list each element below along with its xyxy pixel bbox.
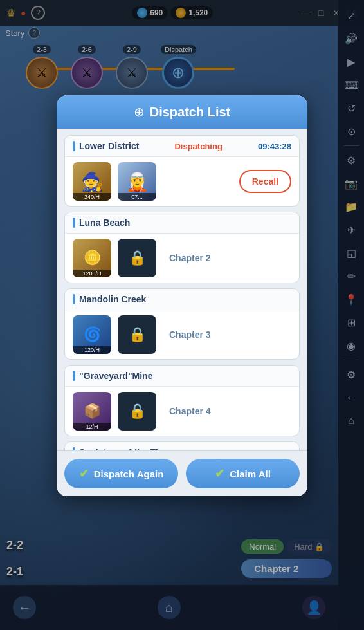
section-mandolin-creek: Mandolin Creek 🌀 120/H 🔒 Chapter 3	[64, 288, 300, 360]
section-lower-district: Lower District Dispatching 09:43:28 🧙 24…	[64, 135, 300, 207]
modal-footer: ✔ Dispatch Again ✔ Claim All	[57, 450, 307, 496]
claim-all-label: Claim All	[230, 468, 271, 479]
graveyard-char1-rate: 12/H	[73, 423, 111, 431]
lock-icon-2: 🔒	[129, 326, 146, 343]
luna-char1-rate: 1200/H	[73, 270, 111, 277]
dispatch-again-check-icon: ✔	[79, 467, 89, 481]
section-sculpture-header: Sculpture of the Three	[65, 442, 299, 450]
mandolin-creek-name: Mandolin Creek	[73, 294, 146, 304]
luna-beach-char1: 🪙 1200/H	[73, 239, 111, 277]
section-lower-district-header: Lower District Dispatching 09:43:28	[65, 136, 299, 157]
lower-district-char1: 🧙 240/H	[73, 162, 111, 201]
dispatch-again-button[interactable]: ✔ Dispatch Again	[64, 459, 178, 488]
claim-all-check-icon: ✔	[215, 467, 224, 481]
luna-beach-content: 🪙 1200/H 🔒 Chapter 2	[65, 234, 299, 283]
modal-overlay: ⊕ Dispatch List Lower District Dispatchi…	[0, 0, 364, 630]
section-luna-beach-header: Luna Beach	[65, 212, 299, 234]
luna-beach-chapter: Chapter 2	[169, 253, 211, 263]
mandolin-char1: 🌀 120/H	[73, 315, 111, 354]
lower-district-name: Lower District	[73, 141, 139, 151]
char2-rate: 07...	[118, 193, 156, 201]
lower-district-status: Dispatching	[174, 142, 222, 151]
dispatch-again-label: Dispatch Again	[94, 468, 164, 479]
graveyard-locked-slot: 🔒	[118, 392, 156, 431]
lower-district-char2: 🧝 07...	[118, 162, 156, 201]
mandolin-char1-rate: 120/H	[73, 346, 111, 354]
section-mandolin-creek-header: Mandolin Creek	[65, 289, 299, 310]
mandolin-chapter: Chapter 3	[169, 329, 211, 340]
sculpture-name: Sculpture of the Three	[73, 447, 175, 450]
claim-all-button[interactable]: ✔ Claim All	[186, 459, 300, 488]
char1-rate: 240/H	[73, 193, 111, 201]
section-graveyard-header: "Graveyard"Mine	[65, 366, 299, 387]
dispatch-icon: ⊕	[134, 104, 145, 120]
mandolin-locked-slot: 🔒	[118, 315, 156, 354]
mandolin-creek-content: 🌀 120/H 🔒 Chapter 3	[65, 310, 299, 359]
recall-button[interactable]: Recall	[239, 170, 291, 193]
dispatch-modal: ⊕ Dispatch List Lower District Dispatchi…	[57, 95, 307, 496]
lower-district-content: 🧙 240/H 🧝 07... Recall	[65, 157, 299, 206]
graveyard-name: "Graveyard"Mine	[73, 371, 152, 381]
lock-icon-3: 🔒	[129, 403, 146, 420]
modal-header: ⊕ Dispatch List	[57, 95, 307, 129]
section-graveyard-mine: "Graveyard"Mine 📦 12/H 🔒 Chapter 4	[64, 365, 300, 436]
modal-body: Lower District Dispatching 09:43:28 🧙 24…	[57, 129, 307, 450]
section-luna-beach: Luna Beach 🪙 1200/H 🔒 Chapter 2	[64, 212, 300, 283]
lock-icon-1: 🔒	[129, 250, 146, 266]
graveyard-char1: 📦 12/H	[73, 392, 111, 431]
graveyard-content: 📦 12/H 🔒 Chapter 4	[65, 387, 299, 436]
luna-beach-name: Luna Beach	[73, 218, 130, 228]
modal-title: Dispatch List	[150, 105, 231, 120]
lower-district-timer: 09:43:28	[258, 142, 291, 151]
graveyard-chapter: Chapter 4	[169, 406, 211, 416]
luna-beach-locked-slot: 🔒	[118, 239, 156, 277]
section-sculpture-three: Sculpture of the Three	[64, 441, 300, 450]
